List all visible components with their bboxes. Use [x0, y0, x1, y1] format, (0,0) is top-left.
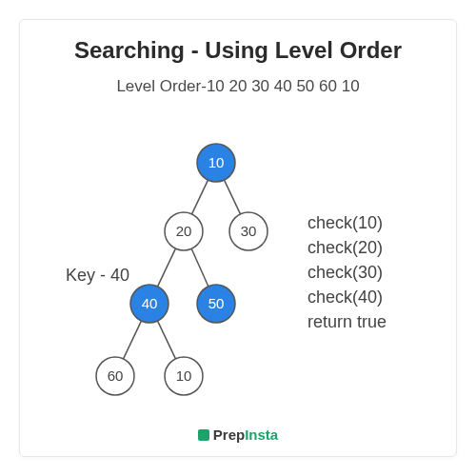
diagram-card: Searching - Using Level Order Level Orde… — [19, 19, 457, 457]
brand-logo-icon — [198, 429, 209, 441]
tree-node-label: 30 — [241, 223, 257, 239]
brand-mid: Insta — [245, 426, 278, 443]
check-step: check(10) — [307, 210, 387, 235]
brand-footer: PrepInsta — [20, 426, 456, 443]
tree-node-label: 50 — [208, 295, 225, 311]
check-steps: check(10)check(20)check(30)check(40)retu… — [307, 210, 387, 334]
brand-pre: Prep — [213, 426, 245, 443]
check-step: return true — [307, 309, 387, 334]
tree-node-label: 10 — [208, 154, 225, 170]
tree-node-label: 40 — [142, 295, 158, 311]
key-label: Key - 40 — [66, 266, 129, 286]
tree-edge — [158, 248, 176, 287]
tree-edge — [225, 180, 241, 214]
tree-svg: 10203040506010 — [20, 20, 458, 458]
tree-node-label: 20 — [176, 223, 192, 239]
tree-edge — [158, 321, 176, 359]
check-step: check(40) — [307, 285, 387, 309]
tree-edge — [191, 248, 208, 286]
tree-node-label: 60 — [108, 367, 124, 384]
tree-edge — [124, 321, 142, 359]
check-step: check(20) — [307, 235, 387, 260]
tree-edge — [192, 180, 208, 214]
tree-node-label: 10 — [176, 367, 192, 384]
check-step: check(30) — [307, 260, 387, 285]
